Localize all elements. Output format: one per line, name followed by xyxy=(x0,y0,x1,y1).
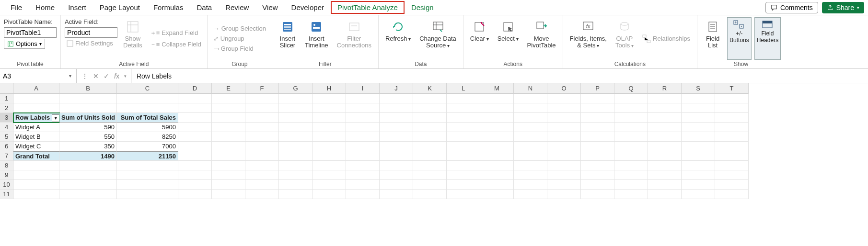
cell-G8[interactable] xyxy=(279,161,312,170)
cell-E10[interactable] xyxy=(212,180,245,190)
pivottable-name-input[interactable] xyxy=(4,27,57,38)
cell-S2[interactable] xyxy=(682,103,715,113)
cell-L9[interactable] xyxy=(447,170,480,180)
cell-N5[interactable] xyxy=(514,132,547,142)
cell-L3[interactable] xyxy=(447,113,480,123)
cell-Q3[interactable] xyxy=(614,113,648,123)
cell-M5[interactable] xyxy=(480,132,514,142)
cell-C11[interactable] xyxy=(117,190,178,199)
clear-button[interactable]: Clear xyxy=(467,17,492,60)
cell-M3[interactable] xyxy=(480,113,514,123)
col-header-S[interactable]: S xyxy=(682,83,715,94)
cell-M4[interactable] xyxy=(480,123,514,132)
cell-I4[interactable] xyxy=(346,123,380,132)
cell-D7[interactable] xyxy=(178,151,212,161)
enter-icon[interactable]: ✓ xyxy=(103,72,110,80)
cell-J9[interactable] xyxy=(380,170,413,180)
cell-N7[interactable] xyxy=(514,151,547,161)
col-header-M[interactable]: M xyxy=(480,83,514,94)
cell-S6[interactable] xyxy=(682,142,715,151)
formula-text[interactable]: Row Labels xyxy=(132,72,176,80)
cell-G4[interactable] xyxy=(279,123,312,132)
cell-S10[interactable] xyxy=(682,180,715,190)
cell-I6[interactable] xyxy=(346,142,380,151)
cell-N1[interactable] xyxy=(514,94,547,103)
cell-G2[interactable] xyxy=(279,103,312,113)
cell-J1[interactable] xyxy=(380,94,413,103)
field-settings-button[interactable]: Field Settings xyxy=(65,39,117,48)
cell-F1[interactable] xyxy=(245,94,279,103)
cell-D6[interactable] xyxy=(178,142,212,151)
tab-design[interactable]: Design xyxy=(405,1,440,14)
cell-N3[interactable] xyxy=(514,113,547,123)
cell-L1[interactable] xyxy=(447,94,480,103)
cell-B3[interactable]: Sum of Units Sold xyxy=(59,113,117,123)
cell-L10[interactable] xyxy=(447,180,480,190)
cell-A4[interactable]: Widget A xyxy=(13,123,59,132)
cell-H8[interactable] xyxy=(312,161,346,170)
cell-J8[interactable] xyxy=(380,161,413,170)
field-headers-toggle[interactable]: Field Headers xyxy=(754,17,781,60)
cell-N2[interactable] xyxy=(514,103,547,113)
cell-J6[interactable] xyxy=(380,142,413,151)
cell-P9[interactable] xyxy=(581,170,614,180)
cell-L7[interactable] xyxy=(447,151,480,161)
row-header-6[interactable]: 6 xyxy=(0,142,13,151)
cell-A6[interactable]: Widget C xyxy=(13,142,59,151)
cell-T5[interactable] xyxy=(715,132,749,142)
cancel-icon[interactable]: ✕ xyxy=(92,72,100,80)
cell-N4[interactable] xyxy=(514,123,547,132)
cell-C4[interactable]: 5900 xyxy=(117,123,178,132)
cell-H4[interactable] xyxy=(312,123,346,132)
cell-L5[interactable] xyxy=(447,132,480,142)
cell-J2[interactable] xyxy=(380,103,413,113)
row-header-8[interactable]: 8 xyxy=(0,161,13,170)
cell-E3[interactable] xyxy=(212,113,245,123)
cell-Q2[interactable] xyxy=(614,103,648,113)
name-box-input[interactable] xyxy=(3,72,67,80)
cell-B1[interactable] xyxy=(59,94,117,103)
cell-J4[interactable] xyxy=(380,123,413,132)
tab-home[interactable]: Home xyxy=(29,1,61,14)
cell-F6[interactable] xyxy=(245,142,279,151)
cell-J11[interactable] xyxy=(380,190,413,199)
cell-E8[interactable] xyxy=(212,161,245,170)
cell-J7[interactable] xyxy=(380,151,413,161)
field-list-button[interactable]: Field List xyxy=(701,17,724,60)
cell-E4[interactable] xyxy=(212,123,245,132)
cell-M1[interactable] xyxy=(480,94,514,103)
cell-G1[interactable] xyxy=(279,94,312,103)
cell-M6[interactable] xyxy=(480,142,514,151)
cell-S11[interactable] xyxy=(682,190,715,199)
cell-B4[interactable]: 590 xyxy=(59,123,117,132)
cell-O1[interactable] xyxy=(547,94,581,103)
cell-F9[interactable] xyxy=(245,170,279,180)
cell-R2[interactable] xyxy=(648,103,682,113)
cell-F8[interactable] xyxy=(245,161,279,170)
col-header-L[interactable]: L xyxy=(447,83,480,94)
cell-Q5[interactable] xyxy=(614,132,648,142)
cell-I3[interactable] xyxy=(346,113,380,123)
fx-icon[interactable]: fx xyxy=(113,72,120,80)
cell-P2[interactable] xyxy=(581,103,614,113)
col-header-H[interactable]: H xyxy=(312,83,346,94)
cell-Q10[interactable] xyxy=(614,180,648,190)
cell-H9[interactable] xyxy=(312,170,346,180)
cell-B2[interactable] xyxy=(59,103,117,113)
cell-T10[interactable] xyxy=(715,180,749,190)
cell-D5[interactable] xyxy=(178,132,212,142)
cell-P3[interactable] xyxy=(581,113,614,123)
cell-K5[interactable] xyxy=(413,132,447,142)
tab-review[interactable]: Review xyxy=(219,1,255,14)
col-header-K[interactable]: K xyxy=(413,83,447,94)
cell-Q6[interactable] xyxy=(614,142,648,151)
row-header-11[interactable]: 11 xyxy=(0,190,13,199)
cell-G3[interactable] xyxy=(279,113,312,123)
comments-button[interactable]: Comments xyxy=(765,2,818,13)
cell-J10[interactable] xyxy=(380,180,413,190)
cell-E6[interactable] xyxy=(212,142,245,151)
cell-S1[interactable] xyxy=(682,94,715,103)
cell-E5[interactable] xyxy=(212,132,245,142)
cell-E2[interactable] xyxy=(212,103,245,113)
cell-K3[interactable] xyxy=(413,113,447,123)
